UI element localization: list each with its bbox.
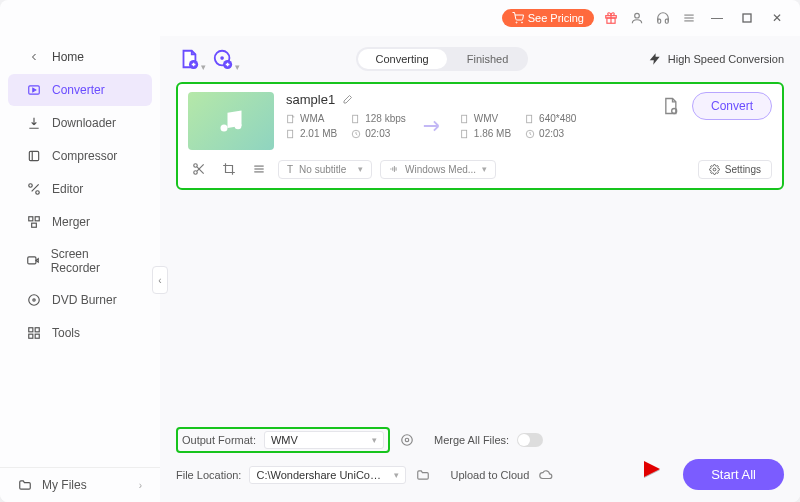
open-folder-icon[interactable] [414, 466, 432, 484]
footer: Output Format: WMV▾ Merge All Files: Fil… [176, 421, 784, 490]
merger-icon [26, 214, 42, 230]
tab-converting[interactable]: Converting [358, 49, 447, 69]
nav-merger[interactable]: Merger [8, 206, 152, 238]
tools-icon [26, 325, 42, 341]
svg-point-43 [194, 171, 198, 175]
nav-tools[interactable]: Tools [8, 317, 152, 349]
cloud-icon[interactable] [537, 466, 555, 484]
svg-rect-18 [35, 217, 39, 221]
nav-editor[interactable]: Editor [8, 173, 152, 205]
output-format-settings-icon[interactable] [398, 431, 416, 449]
convert-button[interactable]: Convert [692, 92, 772, 120]
effects-icon[interactable] [248, 158, 270, 180]
upload-cloud-label: Upload to Cloud [450, 469, 529, 481]
minimize-button[interactable]: ― [706, 7, 728, 29]
nav-converter[interactable]: Converter [8, 74, 152, 106]
subtitle-dropdown[interactable]: TNo subtitle▾ [278, 160, 372, 179]
output-format-box: Output Format: WMV▾ [176, 427, 390, 453]
merge-label: Merge All Files: [434, 434, 509, 446]
add-dvd-button[interactable]: ▾ [210, 46, 236, 72]
svg-point-50 [405, 438, 409, 442]
user-icon[interactable] [628, 9, 646, 27]
svg-rect-34 [353, 115, 358, 123]
svg-rect-33 [288, 115, 293, 123]
support-icon[interactable] [654, 9, 672, 27]
file-actions: Convert [656, 92, 772, 120]
svg-point-5 [635, 13, 640, 18]
svg-point-0 [516, 22, 517, 23]
nav-compressor[interactable]: Compressor [8, 140, 152, 172]
svg-rect-25 [29, 334, 33, 338]
topbar: ▾ ▾ Converting Finished High Speed Conve… [176, 46, 784, 72]
file-name: sample1 [286, 92, 335, 107]
source-info: WMA 128 kbps 2.01 MB 02:03 [286, 113, 406, 139]
nav-dvd-burner[interactable]: DVD Burner [8, 284, 152, 316]
nav-label: Tools [52, 326, 80, 340]
start-all-button[interactable]: Start All [683, 459, 784, 490]
svg-rect-19 [32, 223, 37, 227]
dvd-icon [26, 292, 42, 308]
converter-icon [26, 82, 42, 98]
svg-rect-37 [462, 115, 467, 123]
target-info: WMV 640*480 1.86 MB 02:03 [460, 113, 577, 139]
file-location-select[interactable]: C:\Wondershare UniConverter 1▾ [249, 466, 406, 484]
svg-point-15 [36, 191, 40, 195]
svg-rect-17 [29, 217, 33, 221]
crop-icon[interactable] [218, 158, 240, 180]
svg-rect-9 [743, 14, 751, 22]
nav-downloader[interactable]: Downloader [8, 107, 152, 139]
back-icon [26, 49, 42, 65]
see-pricing-button[interactable]: See Pricing [502, 9, 594, 27]
edit-name-icon[interactable] [341, 94, 353, 106]
svg-point-42 [194, 164, 198, 168]
close-button[interactable]: ✕ [766, 7, 788, 29]
nav-label: Merger [52, 215, 90, 229]
gift-icon[interactable] [602, 9, 620, 27]
svg-rect-20 [28, 257, 36, 264]
menu-icon[interactable] [680, 9, 698, 27]
merge-toggle[interactable] [517, 433, 543, 447]
output-settings-icon[interactable] [656, 92, 684, 120]
maximize-button[interactable] [736, 7, 758, 29]
file-thumbnail[interactable] [188, 92, 274, 150]
editor-icon [26, 181, 42, 197]
svg-point-32 [235, 122, 242, 129]
recorder-icon [26, 253, 41, 269]
svg-rect-12 [29, 151, 38, 160]
nav-screen-recorder[interactable]: Screen Recorder [8, 239, 152, 283]
svg-marker-11 [33, 88, 36, 92]
nav-label: Home [52, 50, 84, 64]
nav-label: Editor [52, 182, 83, 196]
my-files-label: My Files [42, 478, 87, 492]
svg-point-22 [33, 299, 35, 301]
svg-rect-24 [35, 328, 39, 332]
collapse-sidebar-button[interactable]: ‹ [152, 266, 168, 294]
nav-home[interactable]: Home [8, 41, 152, 73]
output-format-label: Output Format: [182, 434, 256, 446]
nav-label: Compressor [52, 149, 117, 163]
svg-rect-35 [288, 130, 293, 138]
svg-point-49 [713, 168, 716, 171]
audio-track-dropdown[interactable]: Windows Med...▾ [380, 160, 496, 179]
sidebar: Home Converter Downloader Compressor Edi… [0, 36, 160, 502]
arrow-icon [416, 118, 450, 134]
app-window: See Pricing ― ✕ Home [0, 0, 800, 502]
download-icon [26, 115, 42, 131]
svg-point-51 [402, 435, 413, 446]
music-icon [217, 107, 245, 135]
my-files-button[interactable]: My Files › [0, 467, 160, 502]
nav-label: Screen Recorder [51, 247, 134, 275]
add-file-button[interactable]: ▾ [176, 46, 202, 72]
file-location-label: File Location: [176, 469, 241, 481]
output-format-select[interactable]: WMV▾ [264, 431, 384, 449]
nav-label: Downloader [52, 116, 116, 130]
file-meta: sample1 WMA 128 kbps 2.01 MB 02:03 [286, 92, 644, 139]
high-speed-conversion[interactable]: High Speed Conversion [648, 52, 784, 66]
settings-button[interactable]: Settings [698, 160, 772, 179]
nav-label: Converter [52, 83, 105, 97]
tab-finished[interactable]: Finished [449, 49, 527, 69]
trim-icon[interactable] [188, 158, 210, 180]
svg-point-21 [29, 295, 40, 306]
svg-point-29 [220, 56, 224, 60]
body: Home Converter Downloader Compressor Edi… [0, 36, 800, 502]
